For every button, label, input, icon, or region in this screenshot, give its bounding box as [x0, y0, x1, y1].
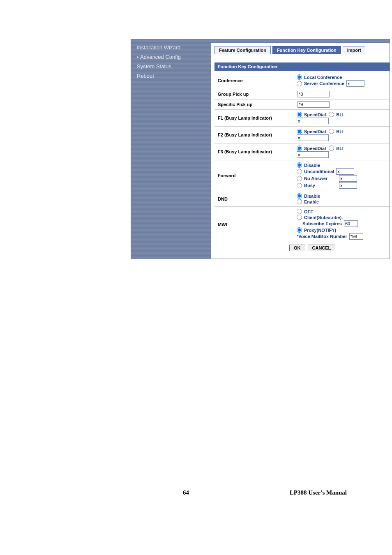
sidebar: Installation Wizard Advanced Config Syst…	[131, 43, 211, 259]
button-row: OK CANCEL	[214, 242, 390, 254]
label-dnd-enable: Enable	[304, 199, 319, 204]
tab-import[interactable]: Import	[343, 46, 365, 54]
sidebar-item-install-wizard[interactable]: Installation Wizard	[131, 43, 211, 52]
page-number: 64	[183, 489, 189, 496]
row-dnd: DND Disable Enable	[214, 191, 390, 207]
radio-local-conference[interactable]	[297, 74, 302, 80]
sidebar-item-reboot[interactable]: Reboot	[131, 71, 211, 81]
label-f2: F2 (Busy Lamp Indicator)	[214, 127, 295, 143]
label-subscribe-expires: Subscribe Expires	[302, 221, 342, 226]
row-group-pickup: Group Pick up	[214, 89, 390, 99]
radio-f1-speeddial[interactable]	[297, 112, 302, 117]
input-group-pickup[interactable]	[297, 91, 330, 97]
section-header: Function Key Configuration	[214, 62, 390, 71]
input-subscribe-expires[interactable]	[344, 220, 358, 227]
tab-function-key-config[interactable]: Function Key Configuration	[272, 46, 341, 54]
radio-f3-speeddial[interactable]	[297, 146, 302, 151]
radio-mwi-proxy[interactable]	[297, 227, 302, 233]
label-voice-mailbox: *Voice MailBox Number	[297, 234, 347, 239]
label-mwi: MWI	[214, 207, 295, 242]
label-dnd: DND	[214, 191, 295, 206]
label-f2-speeddial: SpeedDial	[304, 129, 326, 134]
triangle-icon	[137, 56, 139, 59]
main-panel: Feature Configuration Function Key Confi…	[211, 43, 390, 259]
radio-f2-bli[interactable]	[329, 129, 334, 134]
tab-feature-config[interactable]: Feature Configuration	[214, 46, 271, 54]
label-dnd-disable: Disable	[304, 194, 320, 199]
radio-dnd-disable[interactable]	[297, 193, 302, 199]
sidebar-item-advanced-config[interactable]: Advanced Config	[131, 52, 211, 62]
input-f1[interactable]	[297, 118, 329, 124]
label-mwi-client: Client(Subscribe).	[304, 215, 343, 220]
input-f2[interactable]	[297, 134, 329, 141]
label-forward-disable: Disable	[304, 163, 320, 168]
label-server-conference: Server Conference	[304, 81, 344, 86]
label-f1-bli: BLI	[336, 112, 344, 117]
window-top-bar	[131, 39, 390, 43]
radio-server-conference[interactable]	[297, 81, 302, 86]
radio-forward-busy[interactable]	[297, 183, 302, 188]
label-local-conference: Local Conference	[304, 75, 342, 80]
input-forward-busy[interactable]	[339, 182, 357, 189]
sidebar-item-label: System Status	[137, 63, 171, 69]
radio-f1-bli[interactable]	[329, 112, 334, 117]
row-conference: Conference Local Conference Server Confe…	[214, 72, 390, 89]
label-f3-speeddial: SpeedDial	[304, 146, 326, 151]
input-server-conference[interactable]	[346, 80, 364, 87]
row-f3: F3 (Busy Lamp Indicator) SpeedDial BLI	[214, 143, 390, 160]
radio-forward-disable[interactable]	[297, 162, 302, 168]
label-group-pickup: Group Pick up	[214, 89, 295, 99]
input-forward-unconditional[interactable]	[336, 168, 354, 175]
radio-mwi-off[interactable]	[297, 209, 302, 214]
radio-forward-unconditional[interactable]	[297, 169, 302, 174]
row-f1: F1 (Busy Lamp Indicator) SpeedDial BLI	[214, 110, 390, 127]
cancel-button[interactable]: CANCEL	[308, 245, 336, 251]
page-footer: 64 LP388 User's Manual	[0, 259, 392, 496]
row-specific-pickup: Specific Pick up	[214, 99, 390, 110]
input-forward-noanswer[interactable]	[339, 175, 357, 182]
radio-f3-bli[interactable]	[329, 146, 334, 151]
row-forward: Forward Disable Unconditional	[214, 160, 390, 191]
label-mwi-proxy: Proxy(NOTIFY)	[304, 228, 336, 233]
label-f3-bli: BLI	[336, 146, 344, 151]
row-f2: F2 (Busy Lamp Indicator) SpeedDial BLI	[214, 127, 390, 143]
radio-dnd-enable[interactable]	[297, 199, 302, 204]
sidebar-item-label: Installation Wizard	[137, 44, 180, 51]
sidebar-item-label: Advanced Config	[140, 54, 181, 60]
input-voice-mailbox[interactable]	[349, 233, 363, 240]
label-f2-bli: BLI	[336, 129, 344, 134]
row-mwi: MWI OFF Client(Subscribe). Sub	[214, 207, 390, 242]
radio-forward-noanswer[interactable]	[297, 176, 302, 181]
label-forward-noanswer: No Answer	[304, 176, 337, 181]
label-forward: Forward	[214, 160, 295, 191]
label-conference: Conference	[214, 72, 295, 89]
label-f1: F1 (Busy Lamp Indicator)	[214, 110, 295, 126]
label-mwi-off: OFF	[304, 209, 313, 214]
label-forward-unconditional: Unconditional	[304, 169, 334, 174]
radio-mwi-client[interactable]	[297, 215, 302, 220]
input-f3[interactable]	[297, 151, 329, 158]
ok-button[interactable]: OK	[289, 245, 305, 251]
label-forward-busy: Busy	[304, 183, 337, 188]
form-area: Conference Local Conference Server Confe…	[214, 72, 390, 254]
sidebar-item-label: Reboot	[137, 73, 154, 79]
label-f3: F3 (Busy Lamp Indicator)	[214, 143, 295, 160]
tab-bar: Feature Configuration Function Key Confi…	[214, 46, 390, 54]
radio-f2-speeddial[interactable]	[297, 129, 302, 134]
app-window: Installation Wizard Advanced Config Syst…	[131, 39, 390, 259]
label-f1-speeddial: SpeedDial	[304, 112, 326, 117]
input-specific-pickup[interactable]	[297, 101, 330, 108]
manual-title: LP388 User's Manual	[290, 489, 347, 496]
sidebar-item-system-status[interactable]: System Status	[131, 62, 211, 71]
label-specific-pickup: Specific Pick up	[214, 99, 295, 109]
